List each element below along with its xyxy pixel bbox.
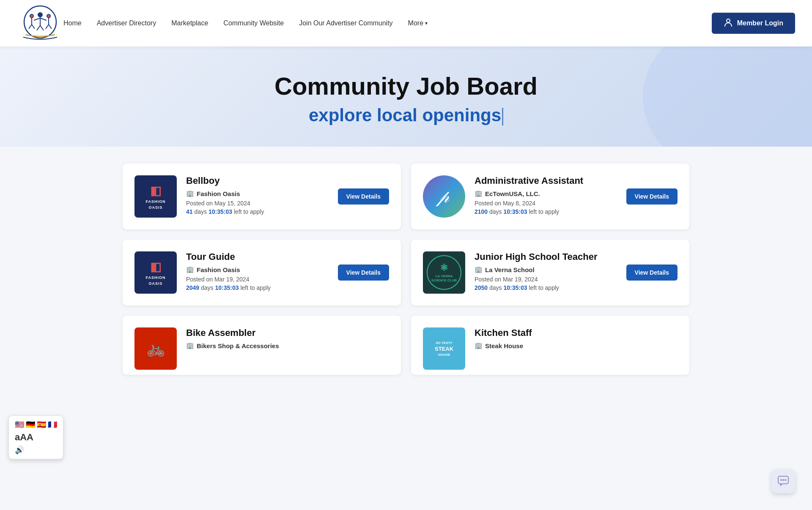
job-title: Bellboy	[186, 175, 324, 186]
nav-links: Home Advertiser Directory Marketplace Co…	[63, 19, 699, 27]
svg-line-10	[32, 25, 35, 29]
building-icon: 🏢	[475, 266, 483, 273]
job-info: Junior High School Teacher 🏢 La Verna Sc…	[475, 251, 613, 291]
logo-text-line1: FASHION	[145, 199, 165, 204]
svg-line-6	[40, 25, 44, 30]
cube-icon: ◧	[150, 260, 162, 274]
svg-point-7	[30, 14, 33, 18]
logo-text-line1: FASHION	[145, 275, 165, 280]
hero-section: Community Job Board explore local openin…	[0, 46, 812, 147]
svg-point-1	[38, 13, 42, 17]
company-logo: 🚲	[134, 327, 177, 370]
days-remaining: 2100	[475, 208, 488, 215]
building-icon: 🏢	[475, 342, 483, 349]
job-timer: 41 days 10:35:03 left to apply	[186, 208, 324, 215]
job-posted-date: Posted on May 8, 2024	[475, 200, 613, 207]
member-login-label: Member Login	[737, 19, 783, 27]
steak-so-tasty: SO TASTY	[436, 341, 452, 345]
timer-label: days	[201, 284, 215, 291]
view-details-button[interactable]: View Details	[626, 188, 678, 205]
job-title: Kitchen Staff	[475, 327, 678, 338]
svg-line-9	[29, 25, 32, 29]
member-login-button[interactable]: Member Login	[712, 13, 795, 34]
job-posted-date: Posted on Mar 19, 2024	[475, 276, 613, 283]
timer-label: days	[194, 208, 208, 215]
svg-line-5	[37, 25, 40, 30]
timer-label: days	[489, 284, 503, 291]
navbar: Home Advertiser Directory Marketplace Co…	[0, 0, 812, 46]
view-details-button[interactable]: View Details	[338, 265, 389, 281]
steak-house-label: HOUSE	[438, 353, 450, 357]
nav-home[interactable]: Home	[63, 19, 82, 27]
apply-suffix: left to apply	[234, 208, 264, 215]
apply-suffix: left to apply	[529, 284, 559, 291]
company-logo: 𝓅	[423, 175, 465, 218]
apply-suffix: left to apply	[529, 208, 559, 215]
job-timer: 2050 days 10:35:03 left to apply	[475, 284, 613, 291]
nav-community-website[interactable]: Community Website	[223, 19, 284, 27]
job-company: 🏢 Steak House	[475, 342, 678, 349]
job-info: Kitchen Staff 🏢 Steak House	[475, 327, 678, 352]
job-posted-date: Posted on May 15, 2024	[186, 200, 324, 207]
company-logo: ◧ FASHION OASIS	[134, 251, 177, 294]
page-subtitle: explore local openings	[8, 105, 804, 125]
job-timer: 2049 days 10:35:03 left to apply	[186, 284, 324, 291]
days-remaining: 2050	[475, 284, 488, 291]
chevron-down-icon: ▾	[425, 20, 428, 26]
job-card: 𝓅 Administrative Assistant 🏢 EcTownUSA, …	[411, 164, 689, 229]
job-info: Tour Guide 🏢 Fashion Oasis Posted on Mar…	[186, 251, 324, 291]
svg-point-15	[727, 19, 730, 22]
svg-point-11	[47, 14, 50, 18]
svg-line-3	[34, 18, 40, 20]
apply-suffix: left to apply	[240, 284, 271, 291]
company-logo: ◧ FASHION OASIS	[134, 175, 177, 218]
job-card: ⚛ LA VERNASCIENCE CLUB Junior High Schoo…	[411, 240, 689, 305]
job-company: 🏢 Fashion Oasis	[186, 266, 324, 273]
time-remaining: 10:35:03	[504, 208, 527, 215]
company-logo: ⚛ LA VERNASCIENCE CLUB	[423, 251, 465, 294]
laverna-inner: ⚛ LA VERNASCIENCE CLUB	[427, 255, 461, 290]
days-remaining: 2049	[186, 284, 199, 291]
steak-label: STEAK	[435, 346, 453, 352]
job-grid: ◧ FASHION OASIS Bellboy 🏢 Fashion Oasis …	[106, 164, 706, 375]
timer-label: days	[489, 208, 503, 215]
job-card: ◧ FASHION OASIS Tour Guide 🏢 Fashion Oas…	[123, 240, 401, 305]
job-card: ◧ FASHION OASIS Bellboy 🏢 Fashion Oasis …	[123, 164, 401, 229]
job-title: Tour Guide	[186, 251, 324, 262]
atom-icon: ⚛	[440, 262, 448, 273]
job-card: 🚲 Bike Assembler 🏢 Bikers Shop & Accesso…	[123, 316, 401, 375]
person-icon	[724, 18, 733, 29]
job-info: Bike Assembler 🏢 Bikers Shop & Accessori…	[186, 327, 389, 352]
job-company: 🏢 EcTownUSA, LLC.	[475, 190, 613, 197]
page-title: Community Job Board	[8, 72, 804, 100]
days-remaining: 41	[186, 208, 193, 215]
time-remaining: 10:35:03	[504, 284, 527, 291]
nav-more-dropdown[interactable]: More ▾	[408, 19, 428, 27]
nav-marketplace[interactable]: Marketplace	[171, 19, 208, 27]
company-logo: SO TASTY STEAK HOUSE	[423, 327, 465, 370]
nav-advertiser-directory[interactable]: Advertiser Directory	[97, 19, 156, 27]
job-company: 🏢 La Verna School	[475, 266, 613, 273]
building-icon: 🏢	[186, 190, 194, 197]
nav-join-advertiser[interactable]: Join Our Advertiser Community	[299, 19, 392, 27]
building-icon: 🏢	[186, 266, 194, 273]
nav-more-label: More	[408, 19, 423, 27]
job-card: SO TASTY STEAK HOUSE Kitchen Staff 🏢 Ste…	[411, 316, 689, 375]
svg-line-13	[46, 25, 49, 29]
view-details-button[interactable]: View Details	[626, 265, 678, 281]
job-title: Junior High School Teacher	[475, 251, 613, 262]
laverna-name: LA VERNASCIENCE CLUB	[431, 274, 457, 283]
time-remaining: 10:35:03	[208, 208, 232, 215]
job-info: Bellboy 🏢 Fashion Oasis Posted on May 15…	[186, 175, 324, 215]
job-timer: 2100 days 10:35:03 left to apply	[475, 208, 613, 215]
site-logo[interactable]	[17, 4, 63, 42]
logo-text-line2: OASIS	[148, 281, 162, 286]
building-icon: 🏢	[475, 190, 483, 197]
view-details-button[interactable]: View Details	[338, 188, 389, 205]
job-company: 🏢 Fashion Oasis	[186, 190, 324, 197]
ectown-letter: 𝓅	[439, 186, 449, 207]
time-remaining: 10:35:03	[215, 284, 239, 291]
job-title: Bike Assembler	[186, 327, 389, 338]
job-title: Administrative Assistant	[475, 175, 613, 186]
job-company: 🏢 Bikers Shop & Accessories	[186, 342, 389, 349]
